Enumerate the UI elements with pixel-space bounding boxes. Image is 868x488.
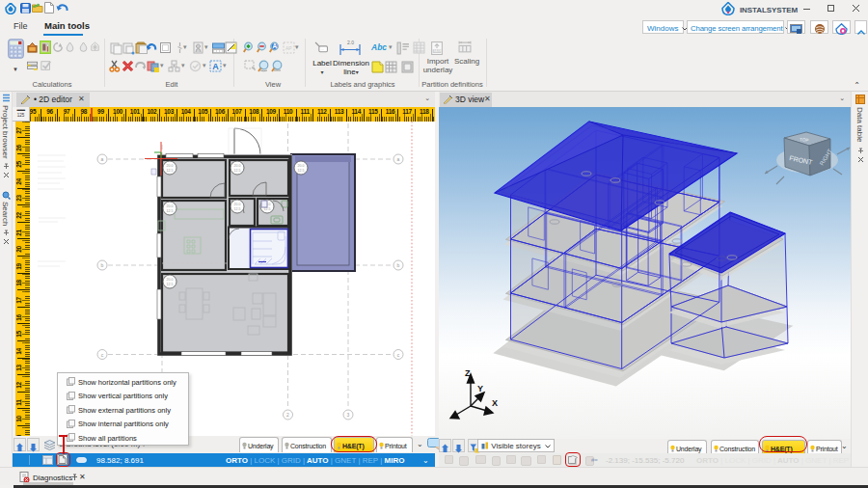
svg-text:12.5: 12.5: [234, 169, 241, 173]
svg-text:2.0: 2.0: [347, 40, 354, 45]
svg-text:BASE: BASE: [433, 49, 441, 53]
svg-text:b: b: [101, 262, 104, 268]
svg-text:a: a: [101, 156, 104, 162]
svg-text:AP: AP: [285, 45, 292, 51]
svg-text:A: A: [212, 62, 219, 71]
svg-text:12.5: 12.5: [167, 209, 174, 213]
svg-text:Z: Z: [465, 368, 471, 378]
svg-text:b: b: [397, 262, 400, 268]
svg-text:20.0: 20.0: [234, 203, 241, 206]
svg-text:X: X: [492, 398, 498, 408]
svg-text:12.5: 12.5: [167, 283, 174, 286]
svg-text:20.0: 20.0: [167, 204, 174, 208]
svg-text:12.5: 12.5: [298, 169, 305, 173]
svg-text:12.5: 12.5: [234, 207, 241, 211]
svg-text:c: c: [397, 352, 400, 358]
svg-text:TOP: TOP: [800, 137, 809, 143]
svg-text:a: a: [397, 156, 400, 162]
svg-text:3: 3: [347, 412, 350, 418]
svg-text:A: A: [273, 42, 278, 49]
svg-text:2: 2: [286, 412, 289, 418]
svg-text:20.0: 20.0: [167, 278, 174, 282]
svg-text:20.0: 20.0: [234, 164, 241, 168]
svg-text:20.0: 20.0: [298, 164, 305, 168]
svg-text:Y: Y: [477, 384, 483, 393]
svg-text:20.0: 20.0: [167, 164, 174, 168]
svg-text:...: ...: [320, 46, 324, 51]
svg-text:12.5: 12.5: [167, 169, 174, 173]
svg-text:c: c: [101, 352, 104, 358]
